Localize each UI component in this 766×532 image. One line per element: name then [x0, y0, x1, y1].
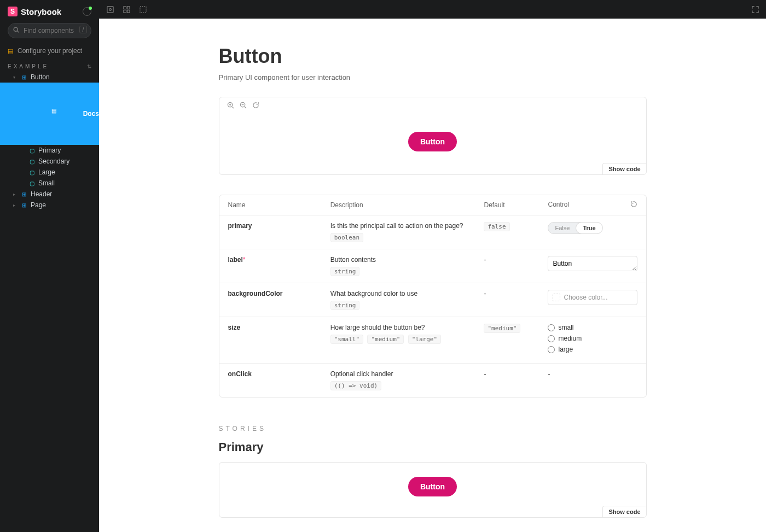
arg-row-backgroundcolor: backgroundColor What background color to… [219, 283, 646, 317]
color-swatch-icon [553, 294, 560, 301]
caret-right-icon: ▸ [13, 192, 18, 197]
preview-canvas: Button [219, 115, 646, 174]
story-icon: ▢ [28, 180, 35, 186]
required-marker: * [243, 256, 246, 264]
tree-item-primary[interactable]: ▢Primary [0, 145, 99, 156]
preview-block: Button Show code [219, 97, 647, 175]
radio-small[interactable]: small [548, 324, 637, 331]
reset-controls-icon[interactable] [630, 201, 637, 209]
arg-row-primary: primary Is this the principal call to ac… [219, 215, 646, 249]
search-shortcut-badge: / [79, 26, 87, 33]
component-icon: ⊞ [21, 191, 27, 197]
toggle-false[interactable]: False [548, 223, 576, 233]
page-subtitle: Primary UI component for user interactio… [219, 73, 647, 81]
section-title: EXAMPLE [8, 63, 49, 69]
sort-icon[interactable]: ⇅ [87, 63, 91, 69]
enum-option: "large" [408, 335, 441, 344]
caret-right-icon: ▸ [13, 203, 18, 208]
tree-item-large[interactable]: ▢Large [0, 167, 99, 178]
tree-item-small[interactable]: ▢Small [0, 178, 99, 189]
toggle-true[interactable]: True [576, 223, 602, 233]
storybook-logo[interactable]: S Storybook [8, 7, 61, 16]
tree-item-page[interactable]: ▸⊞Page [0, 200, 99, 211]
configure-label: Configure your project [18, 47, 82, 55]
svg-rect-7 [127, 10, 130, 13]
story-icon: ▢ [28, 158, 35, 165]
arg-default: - [475, 249, 539, 283]
arg-default: - [475, 283, 539, 317]
arg-control: - [539, 364, 646, 397]
col-header-control: Control [539, 195, 646, 215]
svg-point-0 [14, 27, 18, 31]
arg-description: How large should the button be? [330, 324, 467, 331]
caret-down-icon: ▾ [13, 75, 18, 80]
size-radio-group: small medium large [548, 324, 637, 353]
col-header-description: Description [322, 195, 475, 215]
button-component-preview[interactable]: Button [408, 477, 457, 496]
nav-tree: ▾⊞Button ▤Docs ▢Primary ▢Secondary ▢Larg… [0, 72, 99, 211]
show-code-button[interactable]: Show code [602, 506, 646, 517]
svg-line-1 [18, 31, 19, 32]
boolean-toggle[interactable]: False True [548, 222, 602, 234]
component-icon: ⊞ [21, 202, 27, 208]
component-icon: ⊞ [21, 74, 27, 80]
col-header-name: Name [219, 195, 322, 215]
page-title: Button [219, 45, 647, 68]
radio-large[interactable]: large [548, 346, 637, 353]
arg-type: string [330, 267, 360, 276]
theme-toggle-icon[interactable] [83, 7, 91, 16]
grid-icon[interactable] [122, 5, 131, 14]
fullscreen-icon[interactable] [751, 5, 759, 14]
svg-point-3 [109, 8, 111, 10]
arg-description: Optional click handler [330, 370, 467, 378]
svg-line-10 [232, 107, 234, 108]
svg-rect-4 [123, 6, 126, 9]
args-table: Name Description Default Control primary… [219, 195, 647, 397]
stories-section-heading: STORIES [219, 425, 647, 432]
tree-item-docs[interactable]: ▤Docs [0, 83, 99, 145]
docs-icon: ▤ [43, 84, 65, 143]
remount-icon[interactable] [106, 5, 114, 14]
arg-description: Is this the principal call to action on … [330, 222, 467, 230]
arg-default: "medium" [484, 324, 520, 333]
arg-name: primary [228, 222, 252, 230]
tree-item-secondary[interactable]: ▢Secondary [0, 156, 99, 167]
story-title-primary: Primary [219, 440, 647, 454]
arg-name: size [228, 324, 241, 331]
storybook-badge-icon: S [8, 7, 18, 16]
label-input[interactable] [548, 256, 637, 271]
main-panel: Button Primary UI component for user int… [99, 0, 766, 532]
preview-canvas: Button [219, 463, 646, 517]
arg-description: Button contents [330, 256, 467, 264]
arg-type: boolean [330, 233, 363, 242]
radio-medium[interactable]: medium [548, 335, 637, 342]
section-header-example[interactable]: EXAMPLE ⇅ [0, 58, 99, 72]
arg-default: - [475, 364, 539, 397]
app-name: Storybook [21, 7, 61, 16]
svg-rect-8 [140, 6, 146, 12]
svg-rect-2 [107, 6, 113, 12]
arg-name: onClick [228, 370, 252, 378]
zoom-reset-icon[interactable] [252, 102, 259, 110]
color-picker[interactable]: Choose color... [548, 290, 637, 305]
show-code-button[interactable]: Show code [602, 163, 646, 174]
arg-name: label [228, 256, 243, 264]
arg-row-size: size How large should the button be? "sm… [219, 317, 646, 364]
svg-rect-6 [123, 10, 126, 13]
tree-item-header[interactable]: ▸⊞Header [0, 189, 99, 200]
document-icon: ▤ [8, 48, 13, 55]
configure-project-link[interactable]: ▤ Configure your project [0, 44, 99, 58]
button-component-preview[interactable]: Button [408, 132, 457, 151]
arg-row-onclick: onClick Optional click handler(() => voi… [219, 364, 646, 397]
zoom-in-icon[interactable] [227, 102, 234, 110]
col-header-default: Default [475, 195, 539, 215]
zoom-out-icon[interactable] [240, 102, 247, 110]
tree-item-button[interactable]: ▾⊞Button [0, 72, 99, 83]
svg-rect-5 [127, 6, 130, 9]
preview-toolbar [219, 97, 646, 115]
enum-option: "small" [330, 335, 363, 344]
search-icon [13, 27, 19, 34]
docs-canvas[interactable]: Button Primary UI component for user int… [99, 19, 766, 532]
svg-line-14 [245, 107, 246, 108]
outline-icon[interactable] [138, 5, 147, 14]
